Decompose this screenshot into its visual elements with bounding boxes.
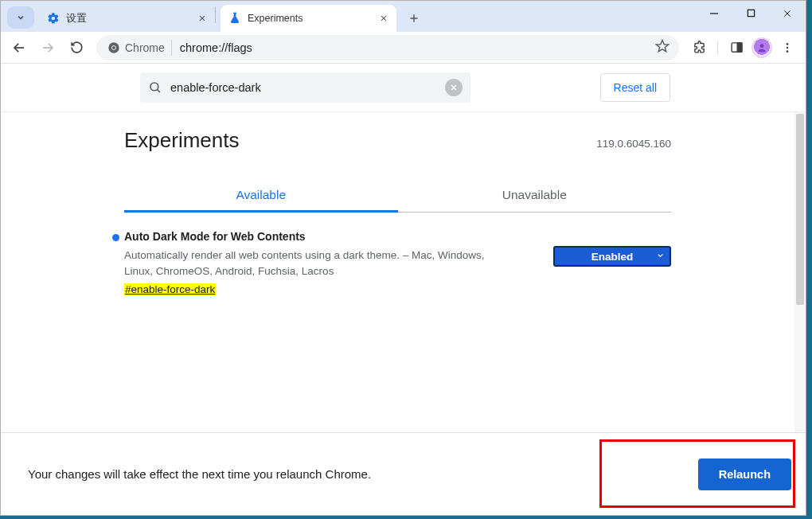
svg-point-19 (787, 43, 789, 45)
tab-separator (215, 7, 216, 23)
extensions-button[interactable] (685, 35, 712, 60)
experiments-inner: Experiments 119.0.6045.160 Available Una… (1, 112, 794, 296)
svg-rect-7 (748, 10, 754, 16)
chevron-down-icon (656, 251, 665, 263)
flag-body: Auto Dark Mode for Web Contents Automati… (124, 230, 553, 296)
window-maximize-button[interactable] (732, 1, 769, 25)
page-content: Reset all Experiments 119.0.6045.160 Ava… (1, 64, 806, 515)
browser-window: 设置 Experiments (0, 0, 806, 516)
svg-marker-15 (657, 41, 669, 52)
svg-point-22 (150, 83, 158, 91)
flag-title: Auto Dark Mode for Web Contents (124, 230, 537, 243)
search-icon (148, 80, 162, 95)
page-title: Experiments (124, 128, 240, 153)
menu-button[interactable] (774, 35, 801, 60)
window-close-button[interactable] (769, 1, 806, 25)
svg-line-23 (157, 89, 160, 92)
tab-close-button[interactable] (196, 12, 209, 25)
browser-tab-experiments[interactable]: Experiments (221, 5, 396, 32)
scrollbar-thumb[interactable] (796, 114, 804, 305)
reload-icon (70, 41, 84, 54)
toolbar: Chrome chrome://flags (1, 32, 806, 64)
tab-label: 设置 (66, 12, 196, 25)
svg-point-21 (787, 50, 789, 53)
toolbar-right (685, 35, 801, 60)
flag-value-label: Enabled (591, 251, 634, 263)
plus-icon (408, 13, 420, 24)
close-icon (450, 84, 458, 92)
svg-point-18 (760, 44, 764, 48)
close-icon (783, 9, 792, 18)
flag-item: Auto Dark Mode for Web Contents Automati… (112, 230, 671, 296)
window-controls (696, 1, 806, 25)
flags-search-box[interactable] (140, 72, 470, 103)
flag-status-dot (112, 234, 119, 241)
profile-avatar-button[interactable] (751, 37, 772, 58)
puzzle-icon (693, 41, 706, 54)
kebab-icon (781, 41, 794, 54)
restart-bar: Your changes will take effect the next t… (1, 432, 806, 515)
tab-available-label: Available (236, 188, 286, 201)
bookmark-button[interactable] (655, 39, 670, 56)
maximize-icon (747, 9, 755, 18)
relaunch-button[interactable]: Relaunch (698, 459, 791, 490)
close-icon (198, 14, 206, 22)
scrollbar-track[interactable] (794, 112, 806, 432)
reset-all-label: Reset all (614, 81, 657, 94)
star-icon (655, 39, 670, 53)
new-tab-button[interactable] (403, 7, 425, 29)
site-chip-label: Chrome (125, 41, 165, 54)
tab-label: Experiments (248, 13, 377, 24)
reload-button[interactable] (63, 35, 90, 60)
chevron-down-icon (16, 13, 25, 22)
tab-close-button[interactable] (377, 12, 390, 25)
site-chip[interactable]: Chrome (106, 40, 172, 56)
relaunch-label: Relaunch (719, 468, 771, 481)
minimize-icon (709, 9, 719, 18)
flask-icon (228, 12, 241, 25)
tab-unavailable-label: Unavailable (502, 188, 567, 201)
address-bar[interactable]: Chrome chrome://flags (96, 35, 679, 60)
reset-all-button[interactable]: Reset all (600, 73, 670, 102)
flag-description: Automatically render all web contents us… (124, 248, 506, 279)
flag-anchor-link[interactable]: #enable-force-dark (124, 283, 216, 295)
content-tabs: Available Unavailable (124, 180, 671, 213)
svg-point-14 (112, 46, 115, 49)
arrow-left-icon (12, 41, 26, 55)
arrow-right-icon (41, 41, 55, 55)
tab-search-button[interactable] (7, 6, 34, 29)
toolbar-divider (717, 41, 718, 55)
flag-value-select[interactable]: Enabled (553, 246, 671, 267)
gear-icon (47, 12, 60, 25)
flag-control: Enabled (553, 230, 671, 296)
tab-available[interactable]: Available (124, 180, 398, 212)
window-minimize-button[interactable] (696, 1, 732, 25)
address-bar-url: chrome://flags (180, 41, 647, 54)
sidepanel-button[interactable] (723, 35, 750, 60)
version-label: 119.0.6045.160 (596, 138, 671, 150)
close-icon (380, 14, 388, 22)
forward-button[interactable] (34, 35, 61, 60)
avatar-icon (756, 42, 767, 53)
browser-tab-settings[interactable]: 设置 (39, 5, 215, 32)
chrome-icon (107, 41, 120, 54)
restart-message: Your changes will take effect the next t… (28, 467, 371, 481)
svg-rect-17 (737, 43, 742, 52)
svg-point-20 (787, 46, 789, 49)
panel-icon (730, 41, 744, 54)
scroll-area: Experiments 119.0.6045.160 Available Una… (1, 111, 806, 432)
back-button[interactable] (6, 35, 33, 60)
tab-unavailable[interactable]: Unavailable (398, 180, 672, 212)
title-bar: 设置 Experiments (1, 1, 806, 32)
flags-search-input[interactable] (170, 81, 437, 94)
header-row: Experiments 119.0.6045.160 (1, 128, 794, 153)
clear-search-button[interactable] (445, 79, 463, 96)
search-row: Reset all (1, 64, 806, 111)
